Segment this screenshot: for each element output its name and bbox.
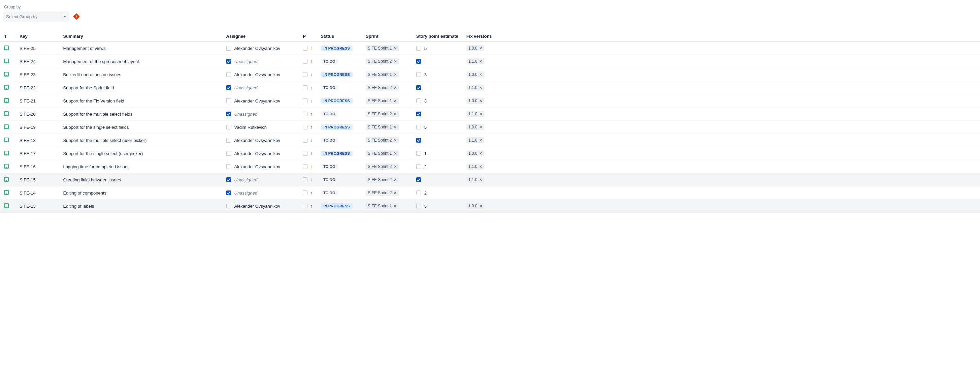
- issue-summary[interactable]: Support for the multiple select (user pi…: [63, 138, 146, 143]
- sprint-tag[interactable]: SIFE Sprint 2✕: [366, 137, 399, 143]
- spe-checkbox[interactable]: [416, 204, 421, 208]
- assignee-checkbox[interactable]: [226, 46, 231, 51]
- col-priority[interactable]: P: [299, 31, 317, 42]
- status-lozenge[interactable]: IN PROGRESS: [321, 46, 353, 51]
- sprint-tag[interactable]: SIFE Sprint 1✕: [366, 72, 399, 78]
- assignee-name[interactable]: Alexander Ovsyannikov: [234, 164, 280, 169]
- spe-checkbox[interactable]: [416, 46, 421, 51]
- issue-key[interactable]: SIFE-24: [19, 59, 36, 64]
- remove-fix-version-icon[interactable]: ✕: [479, 112, 482, 116]
- spe-checkbox[interactable]: [416, 59, 421, 64]
- status-lozenge[interactable]: IN PROGRESS: [321, 98, 353, 104]
- group-by-select[interactable]: Select Group by ▾: [3, 11, 69, 22]
- assignee-name[interactable]: Unassigned: [234, 59, 258, 64]
- priority-checkbox[interactable]: [303, 151, 307, 156]
- remove-sprint-icon[interactable]: ✕: [394, 152, 397, 156]
- spe-value[interactable]: 3: [424, 99, 427, 104]
- spe-checkbox[interactable]: [416, 190, 421, 195]
- col-assignee[interactable]: Assignee: [222, 31, 299, 42]
- sprint-tag[interactable]: SIFE Sprint 1✕: [366, 98, 399, 104]
- status-lozenge[interactable]: TO DO: [321, 59, 338, 64]
- issue-key[interactable]: SIFE-23: [19, 72, 36, 77]
- sprint-tag[interactable]: SIFE Sprint 1✕: [366, 124, 399, 130]
- fix-version-tag[interactable]: 1.0.0✕: [466, 72, 485, 78]
- status-lozenge[interactable]: TO DO: [321, 85, 338, 90]
- sprint-tag[interactable]: SIFE Sprint 1✕: [366, 150, 399, 156]
- assignee-name[interactable]: Unassigned: [234, 190, 258, 196]
- status-lozenge[interactable]: IN PROGRESS: [321, 203, 353, 209]
- issue-key[interactable]: SIFE-16: [19, 164, 36, 169]
- fix-version-tag[interactable]: 1.1.0✕: [466, 137, 485, 143]
- fix-version-tag[interactable]: 1.0.0✕: [466, 203, 485, 209]
- spe-value[interactable]: 2: [424, 164, 427, 169]
- assignee-name[interactable]: Alexander Ovsyannikov: [234, 138, 280, 143]
- table-row[interactable]: SIFE-14Editing of componentsUnassigned↑T…: [0, 187, 980, 199]
- remove-fix-version-icon[interactable]: ✕: [479, 178, 482, 182]
- priority-checkbox[interactable]: [303, 190, 307, 195]
- table-row[interactable]: SIFE-21Support for the Fix Version field…: [0, 94, 980, 107]
- spe-value[interactable]: 5: [424, 125, 427, 130]
- fix-version-tag[interactable]: 1.1.0✕: [466, 111, 485, 117]
- fix-version-tag[interactable]: 1.1.0✕: [466, 85, 485, 91]
- issue-key[interactable]: SIFE-17: [19, 151, 36, 156]
- status-lozenge[interactable]: TO DO: [321, 111, 338, 116]
- spe-value[interactable]: 2: [424, 190, 427, 196]
- fix-version-tag[interactable]: 1.0.0✕: [466, 150, 485, 156]
- assignee-checkbox[interactable]: [226, 99, 231, 103]
- spe-checkbox[interactable]: [416, 138, 421, 143]
- priority-checkbox[interactable]: [303, 112, 307, 116]
- issue-summary[interactable]: Logging time for completed issues: [63, 164, 129, 169]
- col-spe[interactable]: Story point estimate: [412, 31, 462, 42]
- assignee-checkbox[interactable]: [226, 190, 231, 195]
- remove-sprint-icon[interactable]: ✕: [394, 46, 397, 51]
- priority-checkbox[interactable]: [303, 125, 307, 129]
- issue-summary[interactable]: Support for the single select fields: [63, 125, 129, 130]
- issue-key[interactable]: SIFE-20: [19, 112, 36, 116]
- status-lozenge[interactable]: TO DO: [321, 164, 338, 169]
- priority-checkbox[interactable]: [303, 204, 307, 208]
- remove-sprint-icon[interactable]: ✕: [394, 59, 397, 64]
- priority-checkbox[interactable]: [303, 85, 307, 90]
- sprint-tag[interactable]: SIFE Sprint 2✕: [366, 85, 399, 91]
- spe-checkbox[interactable]: [416, 85, 421, 90]
- status-lozenge[interactable]: IN PROGRESS: [321, 151, 353, 156]
- issue-summary[interactable]: Editing of components: [63, 190, 107, 196]
- issue-summary[interactable]: Management of views: [63, 46, 105, 51]
- table-row[interactable]: SIFE-15Creating links between issuesUnas…: [0, 173, 980, 187]
- sprint-tag[interactable]: SIFE Sprint 1✕: [366, 203, 399, 209]
- remove-fix-version-icon[interactable]: ✕: [479, 152, 482, 156]
- status-lozenge[interactable]: IN PROGRESS: [321, 124, 353, 130]
- status-lozenge[interactable]: TO DO: [321, 177, 338, 182]
- remove-sprint-icon[interactable]: ✕: [394, 86, 397, 90]
- table-row[interactable]: SIFE-24Management of the spreadsheet lay…: [0, 55, 980, 68]
- status-lozenge[interactable]: TO DO: [321, 137, 338, 143]
- spe-checkbox[interactable]: [416, 112, 421, 116]
- fix-version-tag[interactable]: 1.0.0✕: [466, 98, 485, 104]
- spe-value[interactable]: 1: [424, 151, 427, 156]
- remove-sprint-icon[interactable]: ✕: [394, 204, 397, 208]
- spe-value[interactable]: 5: [424, 46, 427, 51]
- remove-sprint-icon[interactable]: ✕: [394, 72, 397, 77]
- issue-key[interactable]: SIFE-18: [19, 138, 36, 143]
- assignee-name[interactable]: Alexander Ovsyannikov: [234, 46, 280, 51]
- priority-checkbox[interactable]: [303, 138, 307, 143]
- remove-sprint-icon[interactable]: ✕: [394, 125, 397, 129]
- table-row[interactable]: SIFE-17Support for the single select (us…: [0, 147, 980, 160]
- issue-key[interactable]: SIFE-22: [19, 85, 36, 90]
- issue-key[interactable]: SIFE-21: [19, 99, 36, 104]
- priority-checkbox[interactable]: [303, 99, 307, 103]
- assignee-checkbox[interactable]: [226, 138, 231, 143]
- remove-fix-version-icon[interactable]: ✕: [479, 125, 482, 129]
- issue-summary[interactable]: Support for the single select (user pick…: [63, 151, 143, 156]
- spe-checkbox[interactable]: [416, 125, 421, 129]
- assignee-name[interactable]: Unassigned: [234, 112, 258, 116]
- remove-sprint-icon[interactable]: ✕: [394, 178, 397, 182]
- spe-checkbox[interactable]: [416, 177, 421, 182]
- spe-checkbox[interactable]: [416, 72, 421, 77]
- table-row[interactable]: SIFE-23Bulk edit operations on issuesAle…: [0, 68, 980, 81]
- spe-value[interactable]: 3: [424, 72, 427, 77]
- table-row[interactable]: SIFE-25Management of viewsAlexander Ovsy…: [0, 42, 980, 55]
- assignee-name[interactable]: Alexander Ovsyannikov: [234, 99, 280, 104]
- fix-version-tag[interactable]: 1.1.0✕: [466, 177, 485, 183]
- assignee-checkbox[interactable]: [226, 59, 231, 64]
